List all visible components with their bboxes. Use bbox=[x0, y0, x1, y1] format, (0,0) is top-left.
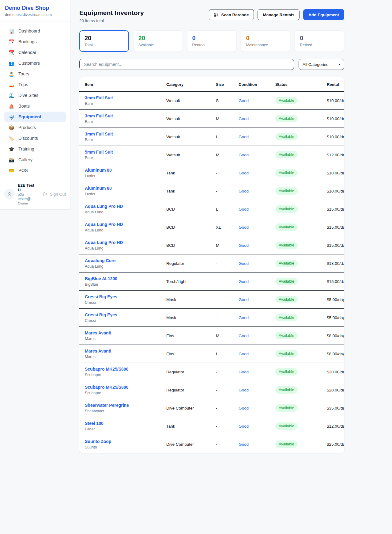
table-row: 3mm Full Suit Bare Wetsuit S Good Availa… bbox=[79, 91, 344, 110]
stat-card[interactable]: 0 Rented bbox=[187, 30, 237, 52]
stat-card[interactable]: 20 Available bbox=[133, 30, 183, 52]
sidebar-item[interactable]: 📸 Gallery bbox=[4, 154, 66, 165]
item-name-link[interactable]: Aqualung Core bbox=[85, 258, 155, 263]
sign-out-button[interactable]: Sign Out bbox=[43, 192, 66, 196]
item-name-link[interactable]: Cressi Big Eyes bbox=[85, 294, 155, 299]
condition-link[interactable]: Good bbox=[239, 207, 249, 212]
condition-link[interactable]: Good bbox=[239, 315, 249, 320]
item-brand: Shearwater bbox=[85, 409, 155, 413]
item-brand: Faber bbox=[85, 427, 155, 431]
scan-barcode-button[interactable]: Scan Barcode bbox=[209, 9, 254, 20]
item-brand: Cressi bbox=[85, 318, 155, 323]
item-name-link[interactable]: Cressi Big Eyes bbox=[85, 312, 155, 317]
condition-link[interactable]: Good bbox=[239, 334, 249, 338]
rental-price: $10.00/day bbox=[327, 116, 344, 121]
header-actions: Scan Barcode Manage Rentals Add Equipmen… bbox=[209, 9, 344, 20]
condition-link[interactable]: Good bbox=[239, 189, 249, 193]
condition-link[interactable]: Good bbox=[239, 279, 249, 284]
sidebar-item-icon: 📊 bbox=[9, 29, 14, 33]
condition-link[interactable]: Good bbox=[239, 171, 249, 175]
item-name-link[interactable]: Scubapro MK25/S600 bbox=[85, 385, 155, 390]
item-size: - bbox=[210, 182, 233, 200]
condition-link[interactable]: Good bbox=[239, 442, 249, 447]
condition-link[interactable]: Good bbox=[239, 243, 249, 248]
sidebar-item[interactable]: 🏷️ Discounts bbox=[4, 133, 66, 143]
rental-price: $18.00/day bbox=[327, 261, 344, 266]
item-name-link[interactable]: 3mm Full Suit bbox=[85, 132, 155, 136]
stat-card[interactable]: 0 Maintenance bbox=[241, 30, 290, 52]
item-size: S bbox=[210, 91, 233, 110]
item-name-link[interactable]: 5mm Full Suit bbox=[85, 150, 155, 154]
sidebar-item-icon: 📆 bbox=[9, 50, 14, 55]
table-row: Mares Avanti Mares Fins M Good Available… bbox=[79, 327, 344, 345]
item-size: - bbox=[210, 273, 233, 291]
item-name-link[interactable]: Shearwater Peregrine bbox=[85, 403, 155, 408]
sidebar-item[interactable]: 📆 Calendar bbox=[4, 47, 66, 58]
stat-value: 0 bbox=[246, 35, 285, 42]
item-brand: Bare bbox=[85, 101, 155, 106]
item-name-link[interactable]: Aqua Lung Pro HD bbox=[85, 240, 155, 245]
sidebar-item[interactable]: 📅 Bookings bbox=[4, 36, 66, 47]
item-name-link[interactable]: Scubapro MK25/S600 bbox=[85, 367, 155, 372]
sidebar-item[interactable]: 💳 POS bbox=[4, 165, 66, 176]
sidebar-item-label: Products bbox=[18, 125, 36, 130]
condition-link[interactable]: Good bbox=[239, 370, 249, 374]
item-name-link[interactable]: BigBlue AL1200 bbox=[85, 276, 155, 281]
status-badge: Available bbox=[275, 422, 298, 430]
brand-block: Demo Dive Shop demo.test.divestreams.com bbox=[0, 0, 70, 21]
sidebar-item[interactable]: 🚤 Trips bbox=[4, 79, 66, 90]
condition-link[interactable]: Good bbox=[239, 116, 249, 121]
item-name-link[interactable]: Mares Avanti bbox=[85, 349, 155, 353]
condition-link[interactable]: Good bbox=[239, 135, 249, 139]
item-name-link[interactable]: 3mm Full Suit bbox=[85, 113, 155, 118]
condition-link[interactable]: Good bbox=[239, 297, 249, 302]
manage-rentals-button[interactable]: Manage Rentals bbox=[258, 9, 300, 20]
table-row: 3mm Full Suit Bare Wetsuit L Good Availa… bbox=[79, 128, 344, 146]
add-equipment-button[interactable]: Add Equipment bbox=[303, 9, 344, 20]
item-brand: Bare bbox=[85, 120, 155, 124]
rental-price: $20.00/day bbox=[327, 388, 344, 392]
sidebar-item[interactable]: 📊 Dashboard bbox=[4, 26, 66, 36]
condition-link[interactable]: Good bbox=[239, 406, 249, 410]
item-name-link[interactable]: Aqua Lung Pro HD bbox=[85, 204, 155, 209]
sidebar-item[interactable]: 🎓 Training bbox=[4, 144, 66, 154]
search-input[interactable] bbox=[79, 59, 294, 70]
stat-card[interactable]: 20 Total bbox=[79, 30, 129, 52]
category-filter[interactable]: All Categories bbox=[299, 59, 344, 70]
sidebar-item[interactable]: 🏝️ Tours bbox=[4, 69, 66, 79]
sidebar-item[interactable]: 📦 Products bbox=[4, 122, 66, 133]
table-row: Shearwater Peregrine Shearwater Dive Com… bbox=[79, 399, 344, 417]
sidebar-item[interactable]: ⛵ Boats bbox=[4, 101, 66, 111]
table-row: 3mm Full Suit Bare Wetsuit M Good Availa… bbox=[79, 110, 344, 128]
condition-link[interactable]: Good bbox=[239, 388, 249, 392]
condition-link[interactable]: Good bbox=[239, 98, 249, 103]
item-name-link[interactable]: Suunto Zoop bbox=[85, 439, 155, 444]
table-row: BigBlue AL1200 BigBlue Torch/Light - Goo… bbox=[79, 273, 344, 291]
user-name: E2E Test U... bbox=[18, 183, 40, 192]
item-name-link[interactable]: Aqua Lung Pro HD bbox=[85, 222, 155, 227]
sidebar-item[interactable]: 👥 Customers bbox=[4, 58, 66, 68]
rental-price: $8.00/day bbox=[327, 352, 344, 356]
table-row: Steel 100 Faber Tank - Good Available $1… bbox=[79, 417, 344, 435]
condition-link[interactable]: Good bbox=[239, 424, 249, 429]
item-name-link[interactable]: 3mm Full Suit bbox=[85, 95, 155, 100]
equipment-table-card: Item Category Size Condition Status Rent… bbox=[79, 77, 344, 453]
status-badge: Available bbox=[275, 97, 298, 104]
sidebar-item-label: Boats bbox=[18, 104, 30, 109]
condition-link[interactable]: Good bbox=[239, 225, 249, 230]
person-icon bbox=[7, 191, 12, 197]
item-category: Regulator bbox=[161, 381, 210, 399]
stat-card[interactable]: 0 Retired bbox=[295, 30, 344, 52]
condition-link[interactable]: Good bbox=[239, 352, 249, 356]
item-size: L bbox=[210, 345, 233, 363]
condition-link[interactable]: Good bbox=[239, 261, 249, 266]
item-name-link[interactable]: Steel 100 bbox=[85, 421, 155, 426]
sidebar-item[interactable]: 🤿 Equipment bbox=[4, 112, 66, 122]
sidebar-item[interactable]: 🌊 Dive Sites bbox=[4, 90, 66, 101]
item-name-link[interactable]: Aluminum 80 bbox=[85, 168, 155, 173]
condition-link[interactable]: Good bbox=[239, 153, 249, 157]
item-name-link[interactable]: Aluminum 80 bbox=[85, 186, 155, 191]
col-item: Item bbox=[79, 77, 161, 91]
rental-price: $15.00/day bbox=[327, 207, 344, 212]
item-name-link[interactable]: Mares Avanti bbox=[85, 330, 155, 335]
